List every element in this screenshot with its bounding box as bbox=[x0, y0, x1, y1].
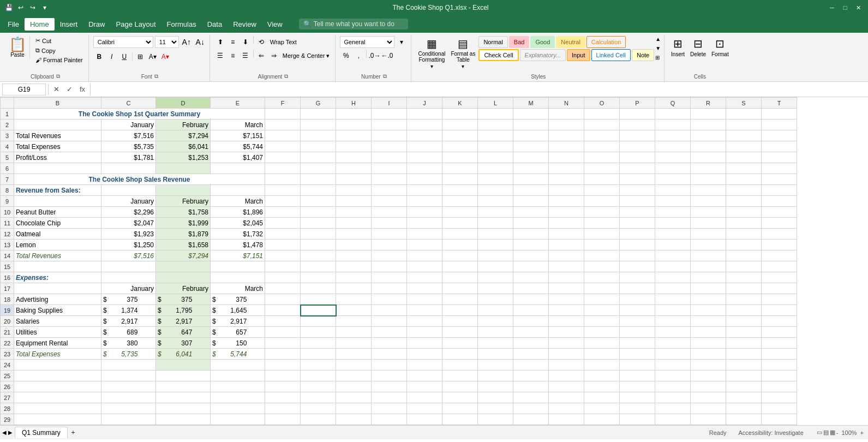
cell-s26[interactable] bbox=[726, 381, 762, 392]
cell-n24[interactable] bbox=[549, 360, 584, 371]
cell-c23[interactable]: $ 5,735 bbox=[101, 349, 156, 360]
cell-o13[interactable] bbox=[584, 240, 620, 250]
cell-r3[interactable] bbox=[691, 130, 726, 141]
cell-h26[interactable] bbox=[336, 381, 372, 392]
cell-p24[interactable] bbox=[620, 360, 655, 371]
cell-k1[interactable] bbox=[442, 109, 478, 120]
cell-n23[interactable] bbox=[549, 349, 584, 360]
cell-f8[interactable] bbox=[265, 185, 301, 196]
cell-k3[interactable] bbox=[442, 130, 478, 141]
cell-j4[interactable] bbox=[407, 141, 442, 152]
cell-s2[interactable] bbox=[726, 120, 762, 130]
cell-b14[interactable]: Total Revenues bbox=[14, 250, 101, 261]
cell-d26[interactable] bbox=[156, 381, 211, 392]
cell-t21[interactable] bbox=[762, 327, 797, 338]
cell-m19[interactable] bbox=[513, 305, 549, 316]
cell-e19[interactable]: $ 1,645 bbox=[211, 305, 265, 316]
cell-k17[interactable] bbox=[442, 283, 478, 294]
cell-r11[interactable] bbox=[691, 218, 726, 229]
col-header-n[interactable]: N bbox=[549, 98, 584, 109]
cell-p29[interactable] bbox=[620, 414, 655, 425]
view-layout-icon[interactable]: ▤ bbox=[823, 429, 829, 436]
cell-b19[interactable]: Baking Supplies bbox=[14, 305, 101, 316]
cell-r14[interactable] bbox=[691, 250, 726, 261]
cell-e29[interactable] bbox=[211, 414, 265, 425]
cell-q5[interactable] bbox=[655, 152, 691, 163]
row-header-17[interactable]: 17 bbox=[1, 283, 14, 294]
cell-n2[interactable] bbox=[549, 120, 584, 130]
insert-function-icon[interactable]: fx bbox=[77, 85, 88, 93]
cell-e4[interactable]: $5,744 bbox=[211, 141, 265, 152]
cell-i28[interactable] bbox=[372, 403, 407, 414]
cell-o18[interactable] bbox=[584, 294, 620, 305]
cell-b26[interactable] bbox=[14, 381, 101, 392]
col-header-b[interactable]: B bbox=[14, 98, 101, 109]
cell-i17[interactable] bbox=[372, 283, 407, 294]
cell-c20[interactable]: $ 2,917 bbox=[101, 316, 156, 327]
cell-e10[interactable]: $1,896 bbox=[211, 207, 265, 218]
row-header-16[interactable]: 16 bbox=[1, 272, 14, 283]
cell-r16[interactable] bbox=[691, 272, 726, 283]
cell-s18[interactable] bbox=[726, 294, 762, 305]
cell-f29[interactable] bbox=[265, 414, 301, 425]
cell-t9[interactable] bbox=[762, 196, 797, 207]
cell-o16[interactable] bbox=[584, 272, 620, 283]
cell-n8[interactable] bbox=[549, 185, 584, 196]
cell-r19[interactable] bbox=[691, 305, 726, 316]
cell-h21[interactable] bbox=[336, 327, 372, 338]
cell-q3[interactable] bbox=[655, 130, 691, 141]
cell-p9[interactable] bbox=[620, 196, 655, 207]
cell-r7[interactable] bbox=[691, 174, 726, 185]
merge-center-dropdown-icon[interactable]: ▾ bbox=[326, 52, 330, 59]
increase-decimal-button[interactable]: .0→ bbox=[368, 50, 380, 62]
cell-b7[interactable]: The Cookie Shop Sales Revenue bbox=[14, 174, 265, 185]
cell-h16[interactable] bbox=[336, 272, 372, 283]
format-as-table-button[interactable]: ▤ Format as Table ▾ bbox=[448, 36, 477, 70]
cell-b23[interactable]: Total Expenses bbox=[14, 349, 101, 360]
cell-h12[interactable] bbox=[336, 229, 372, 240]
cell-q16[interactable] bbox=[655, 272, 691, 283]
sheet-next-icon[interactable]: ▶ bbox=[8, 429, 13, 435]
cell-c29[interactable] bbox=[101, 414, 156, 425]
cell-l23[interactable] bbox=[478, 349, 513, 360]
sheet-container[interactable]: B C D E F G H I J K L M N O P Q R bbox=[0, 97, 868, 425]
cell-p23[interactable] bbox=[620, 349, 655, 360]
cell-l6[interactable] bbox=[478, 163, 513, 174]
cell-t5[interactable] bbox=[762, 152, 797, 163]
cell-b24[interactable] bbox=[14, 360, 101, 371]
row-header-12[interactable]: 12 bbox=[1, 229, 14, 240]
cell-d29[interactable] bbox=[156, 414, 211, 425]
cell-t19[interactable] bbox=[762, 305, 797, 316]
cell-q29[interactable] bbox=[655, 414, 691, 425]
number-format-select[interactable]: General Number Currency bbox=[340, 36, 394, 48]
cell-d21[interactable]: $ 647 bbox=[156, 327, 211, 338]
menu-file[interactable]: File bbox=[2, 18, 25, 31]
cell-c9[interactable]: January bbox=[101, 196, 156, 207]
cell-k28[interactable] bbox=[442, 403, 478, 414]
cell-b20[interactable]: Salaries bbox=[14, 316, 101, 327]
cell-h14[interactable] bbox=[336, 250, 372, 261]
cell-k21[interactable] bbox=[442, 327, 478, 338]
decrease-font-button[interactable]: A↓ bbox=[194, 36, 206, 48]
cell-i7[interactable] bbox=[372, 174, 407, 185]
cell-d2[interactable]: February bbox=[156, 120, 211, 130]
cell-o17[interactable] bbox=[584, 283, 620, 294]
cell-k7[interactable] bbox=[442, 174, 478, 185]
cell-s28[interactable] bbox=[726, 403, 762, 414]
cell-c24[interactable] bbox=[101, 360, 156, 371]
cell-b1[interactable]: The Cookie Shop 1st Quarter Summary bbox=[14, 109, 265, 120]
cell-s14[interactable] bbox=[726, 250, 762, 261]
cell-g1[interactable] bbox=[301, 109, 336, 120]
cell-i19[interactable] bbox=[372, 305, 407, 316]
conditional-formatting-button[interactable]: ▦ Conditional Formatting ▾ bbox=[416, 36, 447, 70]
cell-g10[interactable] bbox=[301, 207, 336, 218]
cell-h28[interactable] bbox=[336, 403, 372, 414]
cell-e26[interactable] bbox=[211, 381, 265, 392]
cell-r27[interactable] bbox=[691, 392, 726, 403]
row-header-7[interactable]: 7 bbox=[1, 174, 14, 185]
cell-s15[interactable] bbox=[726, 261, 762, 272]
cell-m8[interactable] bbox=[513, 185, 549, 196]
col-header-m[interactable]: M bbox=[513, 98, 549, 109]
cell-n19[interactable] bbox=[549, 305, 584, 316]
cell-d28[interactable] bbox=[156, 403, 211, 414]
